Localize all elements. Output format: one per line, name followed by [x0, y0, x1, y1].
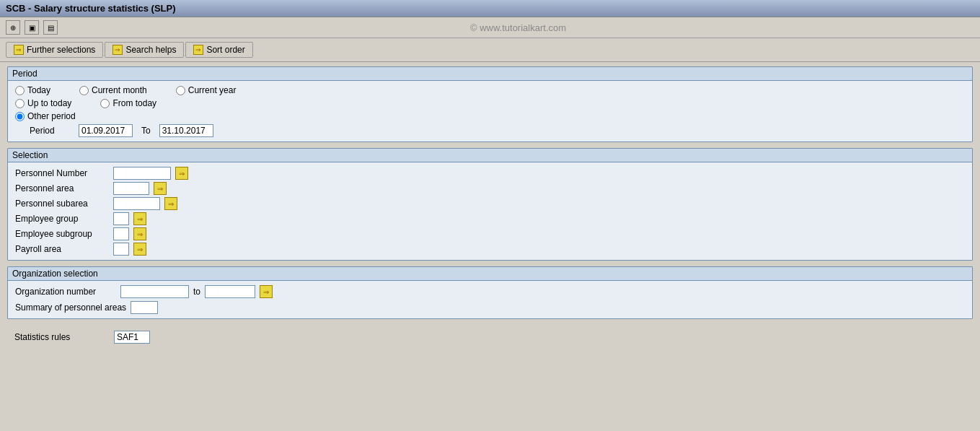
payroll-area-arrow-btn[interactable]: ⇒ — [133, 243, 146, 256]
employee-subgroup-label: Employee subgroup — [15, 229, 109, 239]
org-header: Organization selection — [8, 267, 972, 281]
period-radio-row-3: Other period — [15, 111, 965, 121]
sort-order-arrow-icon: ⇒ — [193, 45, 203, 55]
org-to-label: to — [193, 287, 200, 297]
radio-today: Today — [15, 85, 50, 95]
further-selections-label: Further selections — [27, 45, 95, 55]
period-to-label: To — [141, 126, 151, 136]
employee-group-arrow-btn[interactable]: ⇒ — [133, 212, 146, 225]
radio-from-today-label: From today — [112, 98, 156, 108]
radio-up-to-today-input[interactable] — [15, 99, 25, 108]
employee-group-input[interactable] — [113, 212, 129, 225]
radio-today-label: Today — [27, 85, 50, 95]
selection-grid: Personnel Number ⇒ Personnel area ⇒ Pers… — [15, 167, 965, 256]
stats-row: Statistics rules — [7, 325, 973, 349]
period-header: Period — [8, 67, 972, 81]
radio-up-to-today: Up to today — [15, 98, 71, 108]
org-grid: Organization number to ⇒ Summary of pers… — [15, 285, 965, 314]
personnel-area-arrow-btn[interactable]: ⇒ — [154, 182, 167, 195]
save-icon[interactable]: ▣ — [25, 20, 39, 35]
stats-label: Statistics rules — [14, 332, 108, 342]
sel-row-employee-subgroup: Employee subgroup ⇒ — [15, 227, 965, 240]
radio-other-period-label: Other period — [27, 111, 76, 121]
sel-row-personnel-number: Personnel Number ⇒ — [15, 167, 965, 180]
further-selections-arrow-icon: ⇒ — [14, 45, 24, 55]
period-section: Period Today Current month Current year — [7, 66, 973, 142]
print-icon[interactable]: ▤ — [43, 20, 58, 35]
period-to-input[interactable] — [159, 124, 213, 137]
window-title: SCB - Salary structure statistics (SLP) — [6, 3, 176, 14]
selection-header: Selection — [8, 149, 972, 162]
personnel-number-arrow-btn[interactable]: ⇒ — [175, 167, 188, 180]
org-body: Organization number to ⇒ Summary of pers… — [8, 281, 972, 318]
tab-sort-order[interactable]: ⇒ Sort order — [185, 42, 252, 58]
radio-from-today-input[interactable] — [100, 99, 110, 108]
search-helps-arrow-icon: ⇒ — [112, 45, 123, 55]
employee-subgroup-arrow-btn[interactable]: ⇒ — [133, 227, 146, 240]
personnel-subarea-arrow-btn[interactable]: ⇒ — [164, 197, 177, 210]
radio-today-input[interactable] — [15, 86, 25, 95]
period-body: Today Current month Current year Up to t… — [8, 81, 972, 142]
personnel-area-label: Personnel area — [15, 183, 109, 193]
sel-row-payroll-area: Payroll area ⇒ — [15, 243, 965, 256]
stats-input[interactable] — [114, 331, 150, 344]
radio-current-year-label: Current year — [188, 85, 237, 95]
payroll-area-input[interactable] — [113, 243, 129, 256]
payroll-area-label: Payroll area — [15, 244, 109, 254]
period-radio-row-2: Up to today From today — [15, 98, 965, 108]
org-number-row: Organization number to ⇒ — [15, 285, 965, 298]
radio-current-month: Current month — [79, 85, 147, 95]
summary-row: Summary of personnel areas — [15, 301, 965, 314]
period-from-input[interactable] — [79, 124, 133, 137]
sel-row-personnel-subarea: Personnel subarea ⇒ — [15, 197, 965, 210]
radio-current-month-input[interactable] — [79, 86, 89, 95]
radio-other-period-input[interactable] — [15, 112, 25, 121]
tab-search-helps[interactable]: ⇒ Search helps — [105, 42, 184, 58]
sort-order-label: Sort order — [206, 45, 244, 55]
employee-group-label: Employee group — [15, 214, 109, 224]
org-section: Organization selection Organization numb… — [7, 266, 973, 319]
toolbar: ⊕ ▣ ▤ © www.tutorialkart.com — [0, 17, 980, 38]
org-number-label: Organization number — [15, 287, 116, 297]
selection-body: Personnel Number ⇒ Personnel area ⇒ Pers… — [8, 162, 972, 260]
sel-row-personnel-area: Personnel area ⇒ — [15, 182, 965, 195]
personnel-subarea-label: Personnel subarea — [15, 199, 109, 209]
radio-from-today: From today — [100, 98, 156, 108]
summary-input[interactable] — [131, 301, 158, 314]
sel-row-employee-group: Employee group ⇒ — [15, 212, 965, 225]
tab-further-selections[interactable]: ⇒ Further selections — [6, 42, 103, 58]
search-helps-label: Search helps — [125, 45, 176, 55]
radio-other-period: Other period — [15, 111, 76, 121]
radio-current-year-input[interactable] — [176, 86, 185, 95]
employee-subgroup-input[interactable] — [113, 227, 129, 240]
period-date-row: Period To — [15, 124, 965, 137]
watermark-text: © www.tutorialkart.com — [62, 22, 974, 33]
personnel-subarea-input[interactable] — [113, 197, 160, 210]
selection-section: Selection Personnel Number ⇒ Personnel a… — [7, 148, 973, 261]
main-content: Period Today Current month Current year — [0, 62, 980, 354]
org-number-from-input[interactable] — [120, 285, 189, 298]
personnel-area-input[interactable] — [113, 182, 149, 195]
org-number-to-input[interactable] — [205, 285, 255, 298]
personnel-number-input[interactable] — [113, 167, 171, 180]
period-from-label: Period — [30, 126, 73, 136]
summary-label: Summary of personnel areas — [15, 302, 126, 313]
period-radio-row-1: Today Current month Current year — [15, 85, 965, 95]
globe-icon[interactable]: ⊕ — [6, 20, 20, 35]
org-number-arrow-btn[interactable]: ⇒ — [260, 285, 273, 298]
period-radios: Today Current month Current year Up to t… — [15, 85, 965, 121]
title-bar: SCB - Salary structure statistics (SLP) — [0, 0, 980, 17]
radio-up-to-today-label: Up to today — [27, 98, 71, 108]
nav-tabs: ⇒ Further selections ⇒ Search helps ⇒ So… — [0, 38, 980, 62]
radio-current-year: Current year — [176, 85, 237, 95]
radio-current-month-label: Current month — [92, 85, 147, 95]
personnel-number-label: Personnel Number — [15, 168, 109, 178]
